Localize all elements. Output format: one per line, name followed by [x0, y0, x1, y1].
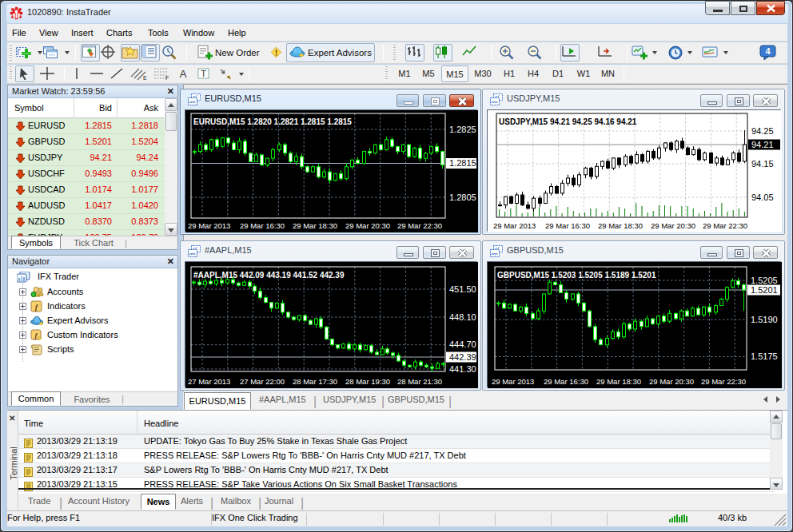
svg-text:1.2805: 1.2805 — [449, 193, 476, 202]
svg-text:29 Mar 16:30: 29 Mar 16:30 — [544, 377, 588, 386]
svg-text:28 Mar 17:30: 28 Mar 17:30 — [293, 377, 337, 386]
svg-text:29 Mar 16:30: 29 Mar 16:30 — [545, 221, 590, 230]
svg-text:29 Mar 16:30: 29 Mar 16:30 — [240, 221, 285, 230]
svg-text:1.5175: 1.5175 — [751, 351, 778, 361]
svg-text:29 Mar 2013: 29 Mar 2013 — [188, 221, 230, 230]
svg-text:29 Mar 18:30: 29 Mar 18:30 — [598, 221, 643, 230]
svg-text:GBPUSD,M15 1.5203 1.5205 1.51: GBPUSD,M15 1.5203 1.5205 1.5189 1.5201 — [497, 271, 656, 280]
svg-text:94.15: 94.15 — [751, 159, 774, 169]
svg-text:444.70: 444.70 — [449, 339, 476, 349]
svg-text:F: F — [165, 75, 169, 81]
svg-text:29 Mar 20:30: 29 Mar 20:30 — [345, 221, 390, 230]
svg-text:29 Mar 18:30: 29 Mar 18:30 — [293, 221, 337, 230]
svg-text:29 Mar 22:30: 29 Mar 22:30 — [397, 221, 442, 230]
svg-text:29 Mar 18:30: 29 Mar 18:30 — [596, 377, 641, 386]
svg-text:451.50: 451.50 — [449, 284, 476, 294]
svg-text:28 Mar 19:30: 28 Mar 19:30 — [345, 377, 390, 386]
svg-text:448.10: 448.10 — [449, 312, 476, 322]
svg-text:441.30: 441.30 — [449, 364, 476, 374]
svg-text:29 Mar 20:30: 29 Mar 20:30 — [649, 377, 694, 386]
svg-text:442.39: 442.39 — [449, 352, 476, 362]
svg-text:27 Mar 22:00: 27 Mar 22:00 — [240, 377, 285, 386]
svg-text:EURUSD,M15 1.2820 1.2821 1.28: EURUSD,M15 1.2820 1.2821 1.2815 1.2815 — [193, 117, 352, 126]
svg-text:29 Mar 22:30: 29 Mar 22:30 — [703, 221, 747, 230]
svg-text:27 Mar 2013: 27 Mar 2013 — [188, 377, 230, 386]
svg-text:1.2815: 1.2815 — [449, 158, 476, 168]
svg-text:4: 4 — [765, 46, 771, 56]
svg-text:1.2825: 1.2825 — [449, 125, 476, 134]
svg-text:USDJPY,M15 94.21 94.25 94.16: USDJPY,M15 94.21 94.25 94.16 94.21 — [499, 117, 637, 126]
svg-text:1.5205: 1.5205 — [751, 276, 778, 285]
svg-text:29 Mar 2013: 29 Mar 2013 — [492, 377, 534, 386]
svg-text:29 Mar 22:30: 29 Mar 22:30 — [701, 377, 746, 386]
svg-text:29 Mar 20:30: 29 Mar 20:30 — [651, 221, 695, 230]
svg-text:94.25: 94.25 — [751, 126, 774, 136]
svg-text:94.05: 94.05 — [751, 193, 774, 202]
svg-text:1.5201: 1.5201 — [751, 285, 778, 295]
svg-text:29 Mar 2013: 29 Mar 2013 — [493, 221, 536, 230]
svg-text:E: E — [143, 75, 147, 81]
svg-text:94.21: 94.21 — [751, 140, 774, 149]
svg-text:1.5190: 1.5190 — [751, 315, 778, 324]
svg-text:#AAPL,M15 442.09 443.19 441.5: #AAPL,M15 442.09 443.19 441.52 442.39 — [193, 271, 345, 280]
svg-text:T: T — [201, 69, 206, 78]
svg-text:A: A — [180, 68, 187, 80]
svg-text:28 Mar 21:30: 28 Mar 21:30 — [397, 377, 442, 386]
